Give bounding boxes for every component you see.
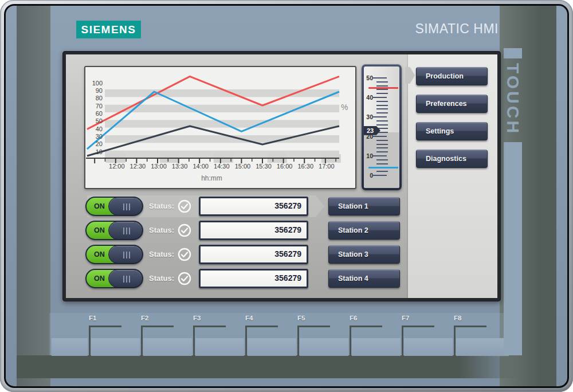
touch-label: TOUCH [504,57,522,141]
station-button-3[interactable]: Station 3 [328,245,400,264]
y-tick-label: 100 [89,80,103,87]
power-toggle[interactable]: ON [85,245,143,264]
counter-value-field[interactable]: 356279 [199,269,308,288]
slider-scale-label: 10 [364,152,373,159]
setpoint-slider[interactable]: 0102030405023 [362,64,402,190]
slider-minor-tick [376,147,388,148]
toggle-knob[interactable] [108,245,143,264]
knob-grip-line [123,228,124,234]
knob-grip-line [123,203,124,210]
slider-minor-tick [376,89,388,90]
slider-scale-label: 30 [364,113,373,120]
slider-major-tick [373,97,387,98]
station-button-4[interactable]: Station 4 [328,269,400,288]
knob-grip-line [126,276,127,283]
menu-button-production[interactable]: Production [416,67,488,85]
y-tick-label: 80 [89,95,103,101]
function-key-cap[interactable] [456,338,509,356]
menu-button-diagnostics[interactable]: Diagnostics [416,150,488,168]
function-key-cap[interactable] [352,338,401,356]
y-axis-unit-label: % [341,103,348,112]
slider-major-tick [373,116,387,117]
function-key-bracket [350,326,351,356]
y-tick-label: 10 [89,148,103,155]
y-tick-label: 90 [89,87,103,94]
function-key-cap[interactable] [248,338,296,356]
function-key-bracket [141,326,143,356]
slider-major-tick [373,136,387,137]
function-key-label: F4 [245,315,268,322]
slider-major-tick [373,155,387,156]
slider-minor-tick [376,93,388,94]
function-key-cap[interactable] [404,338,453,356]
x-tick-label: 17:00 [309,163,344,170]
knob-grip-line [126,252,127,258]
slider-scale[interactable]: 0102030405023 [364,66,399,188]
slider-minor-tick [376,163,388,164]
menu-button-preferences[interactable]: Preferences [416,95,488,113]
function-key-bracket [297,326,330,327]
slider-scale-label: 50 [364,75,373,81]
y-tick-label: 60 [89,110,103,117]
slider-low-limit-marker[interactable] [368,167,398,168]
toggle-knob[interactable] [108,269,143,288]
knob-grip-line [123,252,124,258]
function-key-label: F2 [141,315,164,322]
function-key-label: F5 [297,315,320,322]
function-key-bracket [350,326,382,327]
bezel-bottom-strip [17,355,520,378]
trend-chart-panel: 10203040506070809010012:0012:3013:0013:3… [84,66,356,189]
bezel-left-column [17,6,50,386]
knob-grip-line [126,228,127,234]
function-key-bracket [193,326,195,356]
function-key-bracket [141,326,174,327]
knob-grip-line [129,228,130,234]
y-tick-label: 50 [89,117,103,124]
function-key-label: F7 [402,315,425,322]
y-tick-label: 30 [89,133,103,140]
toggle-on-label: ON [94,202,105,210]
power-toggle[interactable]: ON [85,221,143,240]
function-key-cap[interactable] [91,338,140,356]
function-key-bracket [454,326,486,327]
toggle-knob[interactable] [108,197,143,215]
function-key-bracket [245,326,247,356]
function-key-bracket [193,326,226,327]
function-key-label: F6 [350,315,372,322]
function-key-bracket [402,326,403,356]
toggle-on-label: ON [94,250,105,258]
knob-grip-line [129,252,130,258]
function-key-bracket [297,326,299,356]
function-key-cap[interactable] [300,338,348,356]
function-key-label: F3 [193,315,216,322]
power-toggle[interactable]: ON [85,269,143,288]
slider-minor-tick [376,85,388,87]
slider-scale-label: 40 [364,94,373,101]
counter-value-field[interactable]: 356279 [199,197,308,216]
function-key-cap[interactable] [143,338,192,356]
function-key-cap[interactable] [195,338,244,356]
siemens-logo: SIEMENS [76,21,141,38]
function-key-bracket [89,326,121,327]
simatic-hmi-device: F1F2F3F4F5F6F7F8 SIEMENS SIMATIC HMI TOU… [0,0,573,392]
x-axis-unit-label: hh:mm [85,174,338,182]
status-ok-icon [178,224,191,240]
toggle-on-label: ON [94,275,105,283]
menu-button-settings[interactable]: Settings [416,122,488,140]
product-name: SIMATIC HMI [321,21,499,38]
station-button-2[interactable]: Station 2 [328,221,400,240]
power-toggle[interactable]: ON [85,197,143,216]
slider-minor-tick [376,81,388,83]
toggle-knob[interactable] [108,221,143,240]
y-tick-label: 20 [89,140,103,147]
knob-grip-line [126,203,127,210]
counter-value-field[interactable]: 356279 [199,245,308,264]
slider-high-limit-marker[interactable] [368,87,398,89]
function-key-cap[interactable] [52,338,88,356]
station-button-1[interactable]: Station 1 [328,197,400,215]
y-tick-label: 70 [89,103,103,109]
slider-minor-tick [376,120,388,121]
counter-value-field[interactable]: 356279 [199,221,308,240]
function-key-bracket [402,326,434,327]
slider-minor-tick [376,112,388,113]
